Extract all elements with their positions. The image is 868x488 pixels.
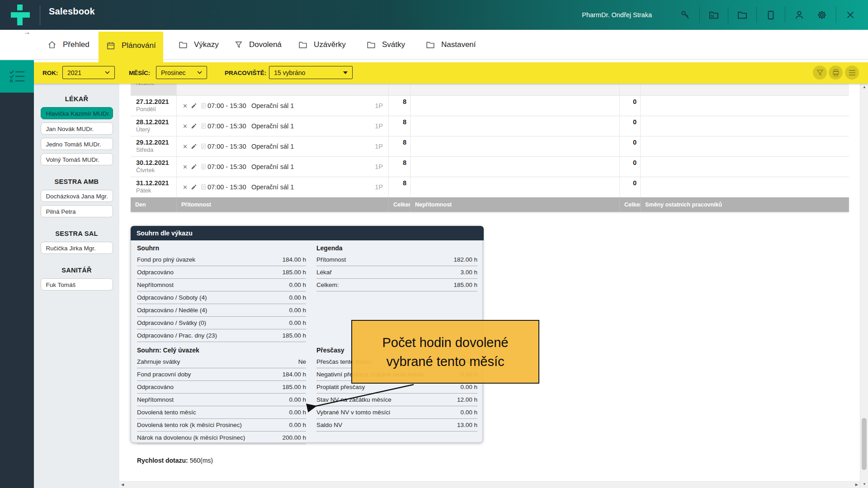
presence-cell: ✕ 07:00 - 15:30 Operační sál 1 1P [177, 157, 389, 177]
personnel-list-button[interactable] [0, 60, 34, 93]
column-header: Přítomnost [177, 197, 389, 212]
summary-row: Odpracováno / Prac. dny (23)185.00 h [137, 329, 306, 342]
tab-dovolena[interactable]: Dovolená [227, 30, 289, 59]
app-logo-icon [10, 4, 31, 26]
shift-tag: 1P [375, 163, 383, 170]
personnel-item[interactable]: Ručička Jirka Mgr. [41, 242, 113, 254]
edit-shift-icon[interactable] [191, 103, 197, 109]
summary-row-label: Proplatit přesčasy [316, 384, 365, 390]
menu-icon [849, 70, 856, 76]
personnel-item[interactable]: Jedno Tomáš MUDr. [41, 138, 113, 150]
other-shifts-cell [641, 136, 849, 157]
folder-n-icon[interactable]: N [705, 6, 723, 24]
scroll-right-icon[interactable]: ▶ [855, 483, 858, 487]
absence-total-cell: 0 [620, 116, 641, 136]
user-icon[interactable] [790, 6, 808, 24]
pracoviste-select[interactable]: 15 vybráno [269, 66, 353, 79]
rok-label: ROK: [42, 62, 58, 84]
summary-row: Odpracováno185.00 h [137, 266, 306, 279]
other-shifts-cell [641, 84, 849, 96]
summary-row-value: 3.00 h [460, 269, 477, 276]
shift-tag: 1P [375, 183, 383, 191]
edit-shift-icon[interactable] [191, 123, 197, 129]
personnel-item[interactable]: Volný Tomáš MUDr. [41, 153, 113, 165]
report-shift-icon[interactable] [200, 184, 207, 190]
personnel-item[interactable]: Hlavička Kazimír MUDr. [41, 107, 113, 119]
chevron-down-icon [197, 71, 202, 74]
report-shift-icon[interactable] [200, 103, 207, 109]
tab-prehled[interactable]: Přehled [40, 30, 97, 59]
scroll-left-icon[interactable]: ◀ [121, 483, 124, 487]
edit-shift-icon[interactable] [191, 143, 197, 150]
summary-row-value: 184.00 h [282, 256, 306, 263]
column-header: Nepřítomnost [410, 197, 620, 212]
menu-button[interactable] [845, 66, 859, 80]
dayname-label: Neděle [136, 84, 176, 87]
vertical-scrollbar[interactable]: ▲ ▼ [860, 84, 868, 488]
other-shifts-cell [641, 157, 849, 177]
vertical-scroll-thumb[interactable] [862, 418, 867, 470]
delete-shift-icon[interactable]: ✕ [183, 184, 188, 190]
tab-nastaveni[interactable]: Nastavení [418, 30, 483, 59]
tab-vykazy[interactable]: Výkazy [171, 30, 226, 59]
personnel-item[interactable]: Docházková Jana Mgr. [41, 190, 113, 202]
summary-row: Dovolená tento rok (k měsíci Prosinec)0.… [137, 419, 306, 432]
delete-shift-icon[interactable]: ✕ [183, 123, 188, 129]
personnel-group: SESTRA SALRučička Jirka Mgr. [34, 229, 119, 254]
personnel-item[interactable]: Jan Novák MUDr. [41, 122, 113, 135]
print-button[interactable] [829, 66, 843, 80]
header-divider [785, 7, 785, 23]
tab-svatky[interactable]: Svátky [359, 30, 412, 59]
summary-row: Fond pracovní doby184.00 h [137, 368, 306, 381]
report-shift-icon[interactable] [200, 143, 207, 150]
summary-row-value: 200.00 h [282, 434, 306, 441]
summary-row-label: Nepřítomnost [137, 282, 174, 288]
close-icon[interactable] [841, 6, 859, 24]
header-divider [728, 7, 728, 23]
tab-uzaverky[interactable]: Uzávěrky [291, 30, 353, 59]
filter-button[interactable] [813, 66, 827, 80]
day-cell: 29.12.2021Středa [131, 136, 177, 157]
mesic-select[interactable]: Prosinec [156, 66, 207, 79]
scroll-up-icon[interactable]: ▲ [863, 85, 866, 89]
personnel-group: LÉKAŘHlavička Kazimír MUDr.Jan Novák MUD… [34, 94, 119, 165]
day-cell: 27.12.2021Pondělí [131, 96, 177, 116]
horizontal-scrollbar[interactable]: ◀ ▶ [119, 481, 860, 488]
absence-cell [410, 116, 620, 136]
delete-shift-icon[interactable]: ✕ [183, 103, 188, 109]
personnel-item[interactable]: Fuk Tomáš [41, 278, 113, 291]
delete-shift-icon[interactable]: ✕ [183, 144, 188, 150]
gear-icon[interactable] [813, 6, 831, 24]
schedule-row: 27.12.2021Pondělí ✕ 07:00 - 15:30 Operač… [131, 96, 849, 116]
schedule-column-headers: DenPřítomnostCelkemNepřítomnostCelkemSmě… [131, 197, 849, 212]
folder-icon[interactable] [733, 6, 751, 24]
query-speed-status: Rychlost dotazu: 560(ms) [137, 457, 213, 464]
column-header: Směny ostatních pracovníků [641, 197, 849, 212]
day-cell: 26.12.2021Neděle [131, 84, 177, 96]
column-header: Den [131, 197, 177, 212]
report-shift-icon[interactable] [200, 123, 207, 129]
personnel-group-title: SESTRA SAL [34, 229, 119, 238]
key-icon[interactable] [676, 6, 694, 24]
shift-tag: 1P [375, 143, 383, 150]
summary-row-label: Fond pro plný úvazek [137, 256, 195, 263]
report-shift-icon[interactable] [200, 164, 207, 170]
tab-planovani[interactable]: Plánování [99, 32, 163, 59]
date-label: 30.12.2021 [136, 159, 176, 167]
edit-shift-icon[interactable] [191, 184, 197, 190]
tooltip-text: Počet hodin dovolené [382, 333, 509, 352]
presence-cell: ✕ 07:00 - 15:30 Operační sál 1 1P [177, 96, 389, 116]
header-divider [756, 7, 757, 23]
checklist-icon [9, 69, 25, 84]
dayname-label: Pátek [136, 187, 176, 194]
scroll-down-icon[interactable]: ▼ [863, 483, 866, 486]
delete-shift-icon[interactable]: ✕ [183, 164, 188, 170]
summary-row: Odpracováno / Neděle (4)0.00 h [137, 304, 306, 317]
rok-select[interactable]: 2021 [62, 66, 115, 79]
filter-bar: ROK: 2021 MĚSÍC: Prosinec PRACOVIŠTĚ: 15… [34, 62, 868, 84]
summary-section-title: Legenda [316, 243, 477, 253]
tablet-icon[interactable] [762, 6, 780, 24]
presence-total-cell [389, 84, 410, 96]
personnel-item[interactable]: Pilná Petra [41, 205, 113, 217]
edit-shift-icon[interactable] [191, 164, 197, 170]
